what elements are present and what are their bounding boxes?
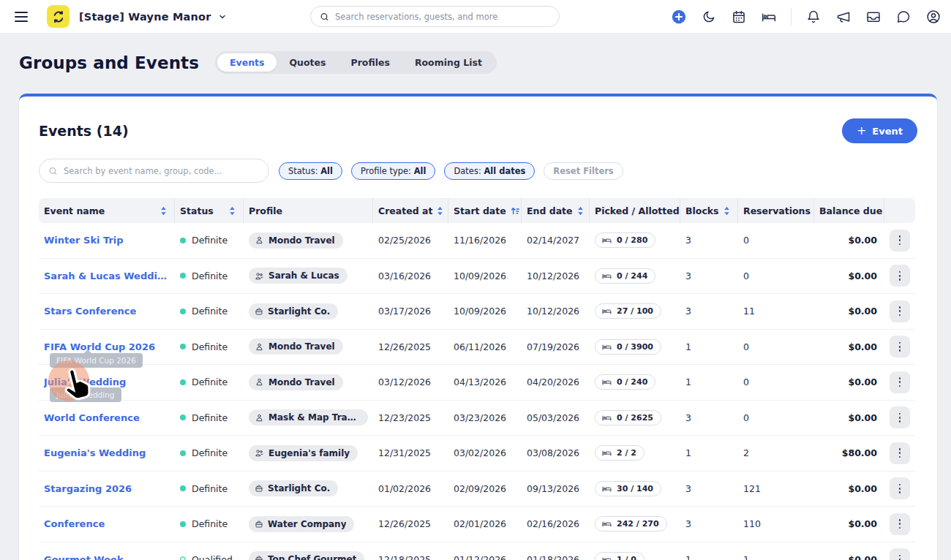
row-actions-kebab-button[interactable] [890, 477, 910, 499]
reset-filters-button[interactable]: Reset Filters [544, 162, 623, 180]
table-row[interactable]: Stars ConferenceDefiniteStarlight Co.03/… [39, 294, 915, 330]
filter-chips: Status: AllProfile type: AllDates: All d… [279, 162, 623, 180]
event-name-link[interactable]: Sarah & Lucas Wedding [44, 270, 170, 281]
table-row[interactable]: Eugenia's WeddingDefiniteEugenia's famil… [39, 436, 915, 472]
tab-events[interactable]: Events [217, 53, 277, 72]
row-actions-kebab-button[interactable] [890, 230, 910, 251]
sort-ascending-icon[interactable] [511, 206, 520, 216]
profile-chip[interactable]: Eugenia's family [249, 445, 358, 461]
table-row[interactable]: Stargazing 2026DefiniteStarlight Co.01/0… [39, 472, 915, 507]
status-cell: Definite [175, 341, 244, 352]
quick-add-icon[interactable] [669, 7, 689, 27]
profile-chip[interactable]: Starlight Co. [249, 480, 338, 496]
filter-chip-status[interactable]: Status: All [279, 162, 342, 180]
housekeeping-bed-icon[interactable] [759, 7, 779, 27]
event-name-link[interactable]: Stargazing 2026 [44, 483, 132, 494]
event-search-input[interactable] [64, 166, 260, 176]
company-icon [255, 484, 263, 493]
event-name-link[interactable]: Stars Conference [44, 306, 136, 317]
row-actions-kebab-button[interactable] [890, 548, 910, 560]
profile-chip[interactable]: Starlight Co. [249, 303, 338, 319]
status-label: Definite [192, 518, 228, 529]
table-row[interactable]: ConferenceDefiniteWater Company12/26/202… [39, 507, 915, 542]
created-at-cell: 01/02/2026 [373, 483, 448, 494]
column-header-end-date[interactable]: End date [522, 198, 590, 223]
status-dot-definite [180, 344, 186, 349]
filter-chip-dates[interactable]: Dates: All dates [444, 162, 535, 180]
column-header-status[interactable]: Status [175, 198, 244, 223]
column-label: End date [527, 205, 573, 216]
dark-mode-icon[interactable] [699, 7, 719, 27]
events-table: Event nameStatusProfileCreated atStart d… [39, 198, 915, 560]
event-name-link[interactable]: Conference [44, 518, 105, 529]
column-header-blocks[interactable]: Blocks [680, 198, 738, 223]
row-actions-kebab-button[interactable] [890, 371, 910, 393]
table-row[interactable]: Gourmet WeekQualifiedTop Chef Gourmet12/… [39, 542, 915, 560]
tab-quotes[interactable]: Quotes [277, 53, 338, 72]
profile-chip[interactable]: Sarah & Lucas [249, 268, 347, 284]
end-date-cell: 04/20/2026 [522, 377, 590, 387]
column-header-event-name[interactable]: Event name [39, 198, 175, 223]
sort-icon[interactable] [160, 206, 167, 216]
hamburger-menu-icon[interactable] [15, 7, 34, 26]
column-header-start-date[interactable]: Start date [448, 198, 522, 223]
profile-chip[interactable]: Mondo Travel [249, 374, 343, 390]
calendar-icon[interactable] [729, 7, 749, 27]
profile-chip[interactable]: Mondo Travel [249, 338, 343, 355]
couple-icon [255, 448, 264, 458]
event-name-link[interactable]: Gourmet Week [44, 554, 124, 560]
column-header-profile: Profile [244, 198, 373, 223]
event-search[interactable] [39, 159, 269, 183]
brand-logo-icon[interactable] [47, 5, 69, 28]
event-name-link[interactable]: Winter Ski Trip [44, 235, 124, 246]
profile-chip[interactable]: Mask & Map Travel… [249, 409, 368, 425]
event-name-link[interactable]: World Conference [44, 412, 140, 423]
profile-chip[interactable]: Top Chef Gourmet [249, 551, 364, 560]
balance-due-cell: $0.00 [814, 412, 884, 423]
status-dot-definite [180, 450, 186, 456]
row-actions-kebab-button[interactable] [890, 442, 910, 464]
row-actions-kebab-button[interactable] [890, 336, 910, 357]
profile-chip[interactable]: Mondo Travel [249, 232, 343, 249]
account-user-icon[interactable] [923, 7, 944, 27]
reservations-cell: 0 [738, 270, 814, 281]
property-selector-label[interactable]: [Stage] Wayne Manor [79, 11, 211, 23]
chevron-down-icon[interactable] [218, 12, 227, 21]
messages-chat-icon[interactable] [893, 7, 914, 27]
picked-allotted-badge: 27 / 100 [595, 303, 661, 319]
sort-icon[interactable] [577, 206, 584, 216]
tab-profiles[interactable]: Profiles [339, 53, 402, 72]
notifications-bell-icon[interactable] [803, 7, 824, 27]
column-header-created-at[interactable]: Created at [373, 198, 448, 223]
status-cell: Definite [175, 235, 244, 246]
filter-chip-profile-type[interactable]: Profile type: All [351, 162, 435, 180]
event-name-link[interactable]: Eugenia's Wedding [44, 447, 146, 458]
blocks-cell: 1 [680, 377, 738, 387]
table-row[interactable]: FIFA World Cup 2026DefiniteMondo Travel1… [39, 330, 915, 366]
sort-icon[interactable] [437, 206, 443, 216]
sort-icon[interactable] [723, 206, 730, 216]
event-name-link[interactable]: FIFA World Cup 2026 [44, 341, 155, 352]
table-row[interactable]: World ConferenceDefiniteMask & Map Trave… [39, 401, 915, 436]
bed-icon [601, 235, 612, 245]
status-dot-definite [180, 238, 186, 243]
global-search-input[interactable] [335, 12, 550, 22]
row-actions-kebab-button[interactable] [890, 406, 910, 428]
balance-due-cell: $0.00 [814, 306, 884, 317]
table-row[interactable]: Sarah & Lucas WeddingDefiniteSarah & Luc… [39, 259, 915, 295]
inbox-tray-icon[interactable] [863, 7, 884, 27]
table-row[interactable]: Julia's WeddingDefiniteMondo Travel03/12… [39, 365, 915, 401]
announcements-megaphone-icon[interactable] [833, 7, 854, 27]
start-date-cell: 03/23/2026 [448, 412, 522, 423]
row-actions-kebab-button[interactable] [890, 300, 910, 322]
row-actions-kebab-button[interactable] [890, 513, 910, 535]
sort-icon[interactable] [229, 206, 236, 216]
table-row[interactable]: Winter Ski TripDefiniteMondo Travel02/25… [39, 223, 915, 259]
status-label: Definite [192, 412, 228, 423]
add-event-button[interactable]: + Event [842, 118, 917, 143]
profile-chip[interactable]: Water Company [249, 516, 354, 532]
global-search[interactable] [310, 6, 560, 27]
tab-rooming-list[interactable]: Rooming List [402, 53, 495, 72]
row-actions-kebab-button[interactable] [890, 265, 910, 287]
reservations-cell: 0 [738, 235, 814, 246]
